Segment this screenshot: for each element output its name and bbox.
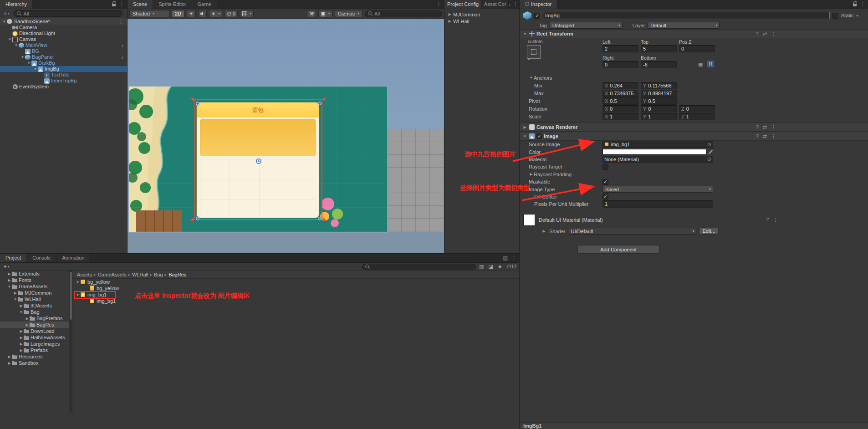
kebab-menu-icon[interactable]: ⋮ <box>118 19 123 25</box>
max-y-field[interactable]: 0.8984197 <box>641 90 677 97</box>
tab-game[interactable]: Game <box>192 0 217 9</box>
foldout-arrow[interactable]: ▼ <box>529 76 534 80</box>
presets-icon[interactable]: ⇄ <box>763 133 767 139</box>
canvas-renderer-header[interactable]: ▶ Canvas Renderer ?⇄⋮ <box>520 123 868 132</box>
foldout-arrow[interactable]: ▶ <box>25 317 30 321</box>
scale-x-field[interactable]: 1 <box>602 113 638 120</box>
tree-item[interactable]: ▶3DAssets <box>0 302 69 309</box>
config-item[interactable]: ▶MJCommon <box>444 11 519 18</box>
tab-sprite-editor[interactable]: Sprite Editor <box>153 0 192 9</box>
scale-y-field[interactable]: 1 <box>641 113 677 120</box>
bottom-field[interactable]: -6 <box>641 61 677 68</box>
top-field[interactable]: 5 <box>641 45 677 52</box>
object-picker-icon[interactable]: ⊙ <box>707 142 711 148</box>
favorites-icon[interactable]: ★ <box>498 264 502 270</box>
foldout-arrow[interactable]: ▼ <box>522 32 527 36</box>
foldout-arrow[interactable]: ▼ <box>7 36 12 42</box>
tree-item[interactable]: ▼Bag <box>0 309 69 315</box>
label-filter-icon[interactable]: ◪ <box>488 264 493 270</box>
create-menu-button[interactable]: +▾ <box>2 11 11 16</box>
scene-search-field[interactable]: All <box>365 10 442 17</box>
help-icon[interactable]: ? <box>756 31 759 37</box>
name-field[interactable]: ImgBg <box>543 12 830 19</box>
tree-item[interactable]: ▶HallViewAssets <box>0 334 69 341</box>
asset-row[interactable]: bg_yellow <box>73 285 519 291</box>
hierarchy-item[interactable]: ▼BagPanel› <box>0 54 127 60</box>
component-enabled-checkbox[interactable] <box>536 133 542 139</box>
active-checkbox[interactable] <box>534 13 540 19</box>
hierarchy-item[interactable]: EventSystem <box>0 84 127 90</box>
foldout-arrow[interactable]: ▶ <box>19 348 24 352</box>
audio-toggle-icon[interactable] <box>198 10 207 17</box>
hierarchy-search-field[interactable]: All <box>14 10 123 17</box>
asset-row[interactable]: ▼img_bg1 <box>73 291 519 298</box>
anchor-preset-button[interactable]: custom <box>527 39 542 59</box>
image-type-dropdown[interactable]: Sliced <box>602 186 713 193</box>
effects-dropdown-icon[interactable]: ✶ <box>209 10 222 17</box>
kebab-menu-icon[interactable]: ⋮ <box>773 217 778 223</box>
layer-dropdown[interactable]: Default <box>648 22 720 29</box>
presets-icon[interactable]: ⇄ <box>763 31 767 37</box>
foldout-arrow[interactable]: ▶ <box>7 355 12 359</box>
foldout-arrow[interactable]: ▶ <box>19 329 24 333</box>
pivot-handle[interactable] <box>256 158 261 164</box>
tree-item[interactable]: ▶Fonts <box>0 277 69 283</box>
hierarchy-item[interactable]: ▼DarkBg <box>0 60 127 66</box>
left-field[interactable]: 2 <box>602 45 638 52</box>
kebab-menu-icon[interactable]: ⋮ <box>511 255 516 261</box>
project-search-field[interactable] <box>362 264 476 270</box>
tab-console[interactable]: Console <box>27 254 56 262</box>
blueprint-mode-icon[interactable]: ▦ <box>698 61 703 67</box>
object-picker-icon[interactable]: ⊙ <box>707 156 711 162</box>
draw-mode-dropdown[interactable]: Shaded <box>129 10 169 17</box>
kebab-menu-icon[interactable]: ⋮ <box>860 1 865 7</box>
tree-item[interactable]: ▼WLHall <box>0 296 69 302</box>
rect-transform-header[interactable]: ▼ Rect Transform ?⇄⋮ <box>520 29 868 38</box>
tree-item[interactable]: ▶DownLoad <box>0 328 69 334</box>
foldout-arrow[interactable]: ▶ <box>25 323 30 327</box>
help-icon[interactable]: ? <box>766 217 769 223</box>
foldout-arrow[interactable]: ▶ <box>19 304 24 308</box>
tools-icon[interactable]: ⚒ <box>307 10 316 17</box>
foldout-arrow[interactable]: ▶ <box>7 272 12 276</box>
pivot-x-field[interactable]: 0.5 <box>602 97 638 105</box>
color-swatch[interactable] <box>602 149 706 155</box>
foldout-arrow[interactable]: ▶ <box>447 19 452 23</box>
breadcrumb-item[interactable]: BagRes <box>168 272 186 277</box>
presets-icon[interactable]: ⇄ <box>763 124 767 130</box>
ppu-field[interactable]: 1 <box>602 200 713 208</box>
foldout-arrow[interactable]: ▶ <box>541 229 546 233</box>
package-visibility-icon[interactable]: ▥ <box>479 264 484 270</box>
foldout-arrow[interactable]: ▼ <box>75 280 80 284</box>
tree-item[interactable]: ▶LargeImages <box>0 341 69 347</box>
material-field[interactable]: None (Material) ⊙ <box>602 156 713 163</box>
raycast-padding-row[interactable]: ▶ Raycast Padding <box>520 171 868 178</box>
kebab-menu-icon[interactable]: ⋮ <box>436 1 441 7</box>
shader-edit-button[interactable]: Edit... <box>699 228 718 235</box>
asset-preview-footer[interactable]: ImgBg1 <box>520 422 868 429</box>
material-swatch[interactable] <box>523 214 535 226</box>
image-component-header[interactable]: ▼ Image ?⇄⋮ <box>520 132 868 141</box>
foldout-arrow[interactable]: ▼ <box>13 297 18 301</box>
min-y-field[interactable]: 0.1175568 <box>641 82 677 89</box>
hierarchy-item[interactable]: InnerTopBg <box>0 78 127 84</box>
breadcrumb-item[interactable]: Bag <box>154 272 163 277</box>
maskable-checkbox[interactable] <box>602 179 608 185</box>
breadcrumb-item[interactable]: WLHall <box>132 272 148 277</box>
tab-animation[interactable]: Animation <box>57 254 91 262</box>
foldout-arrow[interactable]: ▶ <box>447 12 452 16</box>
gizmos-dropdown[interactable]: Gizmos <box>335 10 363 17</box>
tree-item[interactable]: ▼GameAssets <box>0 283 69 290</box>
tab-project[interactable]: Project <box>0 254 27 262</box>
pivot-y-field[interactable]: 0.5 <box>641 97 677 105</box>
corner-handle[interactable] <box>318 217 322 220</box>
rotation-x-field[interactable]: 0 <box>602 105 638 112</box>
foldout-arrow[interactable]: ▼ <box>14 42 19 48</box>
tree-item[interactable]: ▶MJCommon <box>0 290 69 296</box>
kebab-menu-icon[interactable]: ⋮ <box>771 31 776 37</box>
source-image-field[interactable]: img_bg1 ⊙ <box>602 141 713 148</box>
create-menu-button[interactable]: +▾ <box>2 264 11 269</box>
tab-overflow-icon[interactable]: › <box>509 2 511 7</box>
min-x-field[interactable]: 0.264 <box>602 82 638 89</box>
foldout-arrow[interactable]: ▶ <box>7 278 12 282</box>
